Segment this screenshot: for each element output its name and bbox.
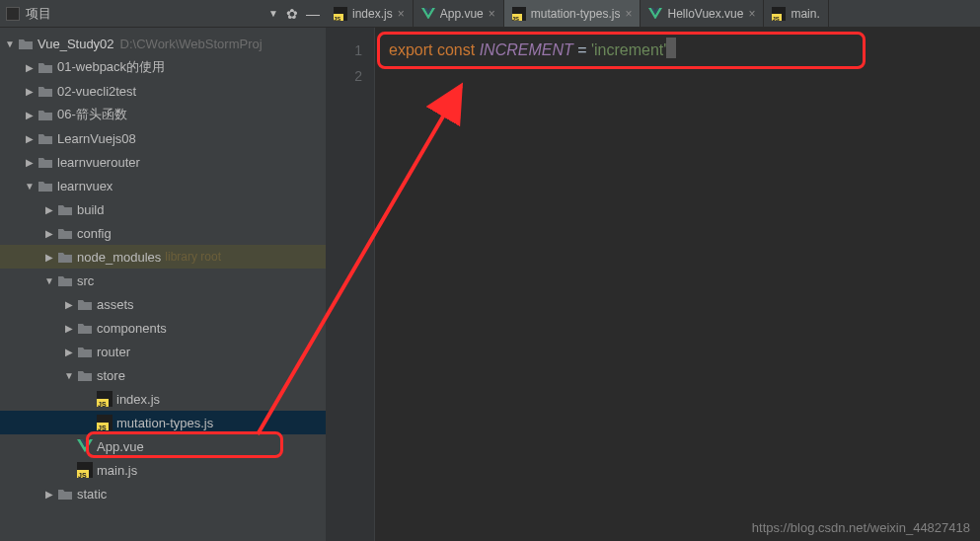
tree-item[interactable]: ▶build [0,197,326,221]
tree-item[interactable]: ▶static [0,482,326,505]
sidebar-header: 项目 ▼ ✿ — [0,0,326,28]
tree-twisty[interactable]: ▶ [43,228,55,239]
gear-icon[interactable]: ✿ [286,6,298,22]
folder-icon [77,344,93,359]
tree-item[interactable]: ▶assets [0,292,326,316]
tree-item-label: Vue_Study02 [38,37,114,51]
editor-tabs: index.js×App.vue×mutation-types.js×Hello… [326,0,980,28]
tree-item[interactable]: ▶router [0,340,326,363]
close-icon[interactable]: × [625,7,632,21]
code-content[interactable]: export const INCREMENT = 'increment' [375,28,676,541]
tree-twisty[interactable]: ▶ [43,489,55,500]
tree-item-label: components [97,321,167,336]
folder-icon [38,59,53,75]
tree-item[interactable]: ▶01-webpack的使用 [0,55,326,79]
tree-item[interactable]: ▶learnvuerouter [0,150,326,174]
tree-item[interactable]: App.vue [0,434,326,458]
tree-twisty[interactable]: ▶ [63,323,75,334]
chevron-down-icon[interactable]: ▼ [268,8,278,19]
tree-item[interactable]: index.js [0,387,326,411]
tree-item[interactable]: ▶components [0,316,326,340]
tree-item-project-root[interactable]: ▼Vue_Study02D:\CWork\WebStormProj [0,32,326,55]
tree-item[interactable]: ▶02-vuecli2test [0,79,326,103]
tab-label: App.vue [440,7,484,21]
tab-label: mutation-types.js [531,7,621,21]
editor-tab[interactable]: mutation-types.js× [504,0,641,27]
close-icon[interactable]: × [489,7,495,21]
tab-label: main. [791,7,819,21]
code-area[interactable]: 1 2 export const INCREMENT = 'increment' [326,28,980,541]
tree-twisty[interactable]: ▶ [43,252,55,263]
js-icon [334,7,347,21]
tree-item-label: src [77,273,94,288]
tree-twisty[interactable]: ▼ [63,370,75,381]
gutter: 1 2 [326,28,375,541]
tree-twisty[interactable]: ▶ [43,204,55,215]
editor-tab[interactable]: App.vue× [414,0,504,27]
tree-item-label: mutation-types.js [116,416,213,430]
folder-icon [77,320,93,336]
vue-icon [648,7,662,21]
chevron-down-icon[interactable]: ▼ [4,39,16,49]
tree-item-label: store [97,368,125,383]
tree-item[interactable]: ▼store [0,363,326,387]
project-panel-icon [6,7,20,21]
tree-twisty[interactable]: ▶ [24,62,36,73]
tree-twisty[interactable]: ▶ [24,86,36,97]
editor-tab[interactable]: HelloVuex.vue× [641,0,764,27]
folder-icon [77,296,93,312]
folder-icon [38,107,53,122]
js-icon [97,391,113,407]
file-tree[interactable]: ▼Vue_Study02D:\CWork\WebStormProj▶01-web… [0,28,326,541]
sidebar-title[interactable]: 项目 [26,5,264,23]
close-icon[interactable]: × [748,7,755,21]
tree-item-label: config [77,226,112,241]
tree-item[interactable]: ▶config [0,221,326,245]
tree-item-label: 06-箭头函数 [57,106,127,123]
tree-item-label: App.vue [97,439,144,454]
line-number: 2 [326,63,362,89]
folder-icon [38,130,53,146]
tree-item-label: 02-vuecli2test [57,84,136,99]
tree-item-label: router [97,345,130,359]
tree-item[interactable]: ▼src [0,269,326,292]
tree-twisty[interactable]: ▶ [63,347,75,357]
folder-icon [57,249,73,265]
tree-twisty[interactable]: ▶ [24,133,36,144]
tree-twisty[interactable]: ▶ [24,157,36,168]
tree-item-label: assets [97,297,134,312]
tree-item-label: learnvuerouter [57,155,140,170]
tree-twisty[interactable]: ▶ [63,299,75,310]
tree-twisty[interactable]: ▶ [24,110,36,120]
minimize-icon[interactable]: — [306,6,320,22]
tree-item[interactable]: ▶LearnVuejs08 [0,126,326,150]
tree-item[interactable]: main.js [0,458,326,482]
folder-icon [57,272,73,288]
close-icon[interactable]: × [398,7,405,21]
tree-item-label: build [77,202,104,217]
js-icon [97,415,113,430]
tree-item-label: learnvuex [57,179,113,193]
folder-icon [57,201,73,217]
code-line[interactable]: export const INCREMENT = 'increment' [389,38,676,63]
editor-tab[interactable]: index.js× [326,0,414,27]
tree-item-label: node_modules [77,250,161,265]
folder-icon [77,367,93,383]
tree-item[interactable]: mutation-types.js [0,411,326,434]
tree-item-suffix: library root [165,250,221,264]
folder-icon [57,486,73,502]
tree-item[interactable]: ▼learnvuex [0,174,326,197]
code-line[interactable] [389,63,676,89]
tree-item[interactable]: ▶node_moduleslibrary root [0,245,326,269]
js-icon [772,7,786,21]
tree-twisty[interactable]: ▼ [24,181,36,192]
tab-label: HelloVuex.vue [667,7,743,21]
tree-item[interactable]: ▶06-箭头函数 [0,103,326,126]
editor-tab[interactable]: main. [764,0,828,27]
project-sidebar: 项目 ▼ ✿ — ▼Vue_Study02D:\CWork\WebStormPr… [0,0,326,541]
line-number: 1 [326,38,362,63]
tree-item-path: D:\CWork\WebStormProj [120,37,263,51]
tree-item-label: static [77,487,107,502]
tree-twisty[interactable]: ▼ [43,275,55,286]
watermark-text: https://blog.csdn.net/weixin_44827418 [752,520,970,535]
